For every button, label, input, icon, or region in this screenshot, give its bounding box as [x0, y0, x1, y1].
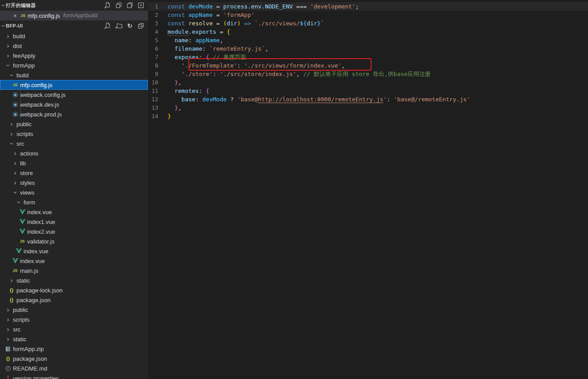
refresh-icon[interactable]: ↻ — [125, 21, 134, 30]
explorer-section-header[interactable]: › BFP-UI ↻ — [0, 20, 148, 31]
js-file-icon: JS — [12, 83, 17, 87]
close-icon[interactable]: × — [12, 12, 19, 19]
tree-item-label: public — [13, 307, 28, 313]
tree-item-label: index.vue — [27, 209, 52, 215]
tree-item-actions[interactable]: ›actions — [0, 148, 148, 158]
code-text: './store': './src/store/index.js', // 默认… — [168, 70, 431, 78]
tree-item-feeApply[interactable]: ›feeApply — [0, 51, 148, 60]
code-line-12[interactable]: 12 base: devMode ? 'base@http://localhos… — [148, 95, 588, 104]
tree-item-label: views — [20, 189, 35, 196]
tree-item-build[interactable]: ›build — [0, 31, 148, 41]
tree-item-package.json[interactable]: {}package.json — [0, 295, 148, 305]
indent-guide — [20, 80, 20, 119]
tree-item-webpack.config.js[interactable]: webpack.config.js — [0, 90, 148, 100]
tree-item-label: styles — [20, 180, 35, 186]
tree-item-src[interactable]: ›src — [0, 324, 148, 334]
tree-item-build[interactable]: ›build — [0, 70, 148, 80]
tree-item-README.md[interactable]: iREADME.md — [0, 363, 148, 373]
tree-item-formApp.zip[interactable]: formApp.zip — [0, 344, 148, 354]
tree-item-src[interactable]: ›src — [0, 139, 148, 148]
tree-item-scripts[interactable]: ›scripts — [0, 129, 148, 139]
tree-item-label: index1.vue — [27, 219, 55, 225]
code-editor[interactable]: 1const devMode = process.env.NODE_ENV ==… — [148, 0, 588, 379]
open-editor-item-mfp-config[interactable]: × JS mfp.config.js formApp\build — [0, 11, 148, 20]
code-line-6[interactable]: 6 filename: `remoteEntry.js`, — [148, 44, 588, 53]
tree-item-index.vue[interactable]: index.vue — [0, 246, 148, 256]
tree-item-public[interactable]: ›public — [0, 305, 148, 315]
file-tree: ›build›dist›feeApply›formApp›buildJSmfp.… — [0, 31, 148, 379]
chevron-right-icon: › — [7, 53, 9, 58]
line-number: 2 — [148, 11, 168, 19]
tree-item-static[interactable]: ›static — [0, 275, 148, 285]
tree-item-label: mfp.config.js — [20, 82, 52, 88]
chevron-right-icon: › — [7, 44, 9, 48]
code-line-3[interactable]: 3const resolve = (dir) => `./src/views/$… — [148, 19, 588, 28]
tree-item-label: build — [13, 33, 25, 40]
code-text: const appName = 'formApp' — [168, 11, 255, 19]
code-line-1[interactable]: 1const devMode = process.env.NODE_ENV ==… — [148, 2, 588, 11]
vue-file-icon — [20, 209, 25, 215]
chevron-down-icon: › — [17, 201, 21, 203]
code-line-7[interactable]: 7 exposes: { // 暴露页面 — [148, 53, 588, 61]
tree-item-lib[interactable]: ›lib — [0, 158, 148, 168]
code-line-4[interactable]: 4module.exports = { — [148, 28, 588, 36]
explorer-actions: ↻ — [103, 21, 148, 30]
tree-item-version.properties[interactable]: !version.properties — [0, 373, 148, 379]
js-file-icon: JS — [20, 239, 24, 243]
code-line-10[interactable]: 10 }, — [148, 78, 588, 87]
line-number: 3 — [148, 19, 168, 28]
tree-item-index2.vue[interactable]: index2.vue — [0, 227, 148, 236]
code-line-8[interactable]: 8 './FormTemplate': './src/views/form/in… — [148, 61, 588, 70]
chevron-right-icon: › — [14, 180, 16, 185]
tree-item-mfp.config.js[interactable]: JSmfp.config.js — [0, 80, 148, 90]
new-folder-icon[interactable] — [114, 21, 123, 30]
readme-info-icon: i — [6, 366, 11, 371]
chevron-right-icon: › — [7, 327, 9, 331]
code-line-11[interactable]: 11 remotes: { — [148, 87, 588, 95]
code-text: const resolve = (dir) => `./src/views/${… — [168, 19, 324, 28]
open-editors-actions — [103, 1, 148, 10]
tree-item-static[interactable]: ›static — [0, 334, 148, 344]
tree-item-index1.vue[interactable]: index1.vue — [0, 217, 148, 227]
toggle-editor-layout-icon[interactable] — [114, 1, 123, 10]
tree-item-index.vue[interactable]: index.vue — [0, 256, 148, 266]
code-line-2[interactable]: 2const appName = 'formApp' — [148, 11, 588, 19]
tree-item-webpack.prod.js[interactable]: webpack.prod.js — [0, 109, 148, 119]
tree-item-store[interactable]: ›store — [0, 168, 148, 178]
tree-item-public[interactable]: ›public — [0, 119, 148, 129]
tree-item-views[interactable]: ›views — [0, 188, 148, 197]
close-all-editors-icon[interactable] — [136, 1, 145, 10]
vue-file-icon — [20, 229, 25, 234]
tree-item-webpack.dev.js[interactable]: webpack.dev.js — [0, 100, 148, 109]
tree-item-dist[interactable]: ›dist — [0, 41, 148, 51]
tree-item-label: package.json — [16, 297, 51, 303]
chevron-down-icon: › — [1, 4, 6, 7]
workspace-title: BFP-UI — [6, 23, 23, 28]
tree-item-formApp[interactable]: ›formApp — [0, 60, 148, 70]
chevron-down-icon: › — [10, 74, 14, 76]
code-line-13[interactable]: 13 }, — [148, 104, 588, 112]
code-line-5[interactable]: 5 name: appName, — [148, 36, 588, 44]
chevron-right-icon: › — [11, 122, 13, 126]
tree-item-package.json[interactable]: {}package.json — [0, 354, 148, 363]
tree-item-validator.js[interactable]: JSvalidator.js — [0, 236, 148, 246]
new-untitled-file-icon[interactable] — [103, 1, 112, 10]
code-line-14[interactable]: 14} — [148, 112, 588, 120]
tree-item-scripts[interactable]: ›scripts — [0, 315, 148, 324]
code-line-9[interactable]: 9 './store': './src/store/index.js', // … — [148, 70, 588, 78]
save-all-icon[interactable] — [125, 1, 134, 10]
tree-item-label: index2.vue — [27, 228, 55, 235]
tree-item-index.vue[interactable]: index.vue — [0, 207, 148, 217]
line-number: 11 — [148, 87, 168, 95]
open-editors-section-header[interactable]: › 打开的编辑器 — [0, 0, 148, 11]
code-text: }, — [168, 104, 181, 112]
new-file-icon[interactable] — [103, 21, 112, 30]
tree-item-label: webpack.dev.js — [20, 101, 59, 108]
tree-item-styles[interactable]: ›styles — [0, 178, 148, 188]
tree-item-package-lock.json[interactable]: {}package-lock.json — [0, 285, 148, 295]
tree-item-form[interactable]: ›form — [0, 197, 148, 207]
code-text: base: devMode ? 'base@http://localhost:8… — [168, 95, 470, 104]
collapse-folders-icon[interactable] — [136, 21, 145, 30]
tree-item-main.js[interactable]: JSmain.js — [0, 266, 148, 275]
tree-item-label: src — [13, 326, 20, 333]
